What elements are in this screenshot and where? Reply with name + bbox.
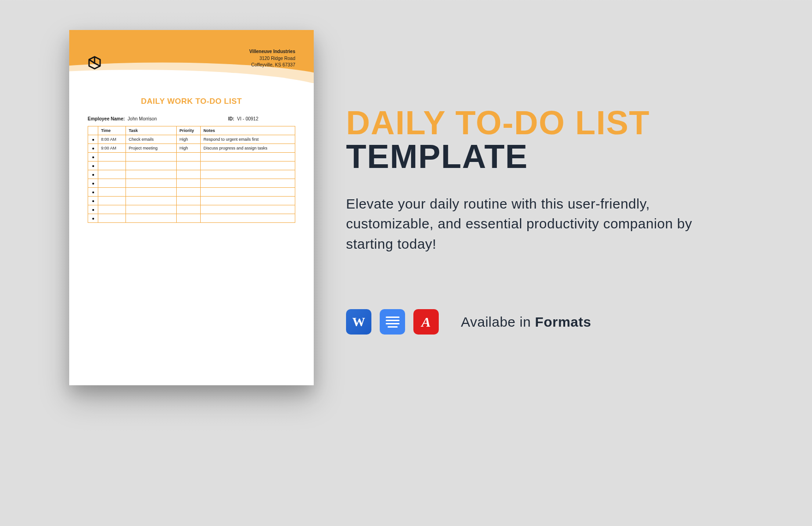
- employee-name-label: Employee Name:: [88, 116, 125, 121]
- spacer: [157, 116, 228, 121]
- cell-task: [126, 188, 177, 197]
- cell-notes: [201, 153, 295, 161]
- table-row: [88, 205, 295, 214]
- table-row: [88, 179, 295, 188]
- cell-task: [126, 170, 177, 179]
- bullet-cell: [88, 135, 98, 144]
- company-block: Villeneuve Industries 3120 Ridge Road Co…: [249, 48, 295, 69]
- cell-notes: [201, 170, 295, 179]
- cell-notes: [201, 197, 295, 205]
- available-bold: Formats: [535, 314, 591, 329]
- document-title: DAILY WORK TO-DO LIST: [69, 97, 314, 106]
- formats-row: W A Availabe in Formats: [346, 309, 738, 335]
- col-time: Time: [98, 126, 126, 135]
- table-row: [88, 170, 295, 179]
- pdf-icon: A: [413, 309, 439, 335]
- bullet-cell: [88, 188, 98, 197]
- bullet-cell: [88, 161, 98, 170]
- docs-line: [388, 326, 398, 328]
- cell-task: Project meeting: [126, 144, 177, 153]
- google-docs-icon: [380, 309, 405, 335]
- bullet-cell: [88, 214, 98, 223]
- table-row: 9:00 AMProject meetingHighDiscuss progre…: [88, 144, 295, 153]
- employee-name-value: John Morrison: [128, 116, 157, 121]
- cell-time: 9:00 AM: [98, 144, 126, 153]
- available-prefix: Availabe in: [461, 314, 535, 329]
- employee-id-label: ID:: [228, 116, 234, 121]
- cell-priority: [177, 170, 201, 179]
- company-name: Villeneuve Industries: [249, 48, 295, 55]
- table-row: [88, 188, 295, 197]
- cell-priority: [177, 188, 201, 197]
- description-text: Elevate your daily routine with this use…: [346, 194, 738, 254]
- bullet-icon: [92, 139, 94, 141]
- cell-notes: Discuss progress and assign tasks: [201, 144, 295, 153]
- cell-task: [126, 205, 177, 214]
- cell-priority: [177, 197, 201, 205]
- cell-time: [98, 161, 126, 170]
- table-row: [88, 197, 295, 205]
- col-bullet: [88, 126, 98, 135]
- cell-task: [126, 214, 177, 223]
- cell-task: [126, 197, 177, 205]
- table-row: [88, 214, 295, 223]
- bullet-cell: [88, 170, 98, 179]
- table-row: [88, 153, 295, 161]
- cell-notes: [201, 188, 295, 197]
- cell-notes: [201, 179, 295, 188]
- cell-priority: High: [177, 144, 201, 153]
- bullet-cell: [88, 197, 98, 205]
- document-preview: Villeneuve Industries 3120 Ridge Road Co…: [69, 30, 314, 385]
- employee-id-block: ID: VI - 00912: [228, 116, 259, 121]
- table-row: [88, 161, 295, 170]
- cube-logo-icon: [85, 53, 104, 72]
- cell-priority: [177, 179, 201, 188]
- cell-notes: Respond to urgent emails first: [201, 135, 295, 144]
- col-task: Task: [126, 126, 177, 135]
- cell-time: [98, 170, 126, 179]
- bullet-icon: [92, 156, 94, 158]
- bullet-icon: [92, 174, 94, 176]
- cell-time: [98, 197, 126, 205]
- employee-name-block: Employee Name: John Morrison: [88, 116, 157, 121]
- cell-time: [98, 214, 126, 223]
- document-header: Villeneuve Industries 3120 Ridge Road Co…: [69, 30, 314, 83]
- marketing-panel: DAILY TO-DO LIST TEMPLATE Elevate your d…: [346, 106, 738, 335]
- cell-task: Check emails: [126, 135, 177, 144]
- cell-time: [98, 179, 126, 188]
- table-row: 8:00 AMCheck emailsHighRespond to urgent…: [88, 135, 295, 144]
- company-address-2: Coffeyville, KS 67337: [249, 62, 295, 69]
- bullet-cell: [88, 205, 98, 214]
- todo-table: Time Task Priority Notes 8:00 AMCheck em…: [88, 126, 295, 223]
- cell-time: [98, 153, 126, 161]
- cell-time: [98, 205, 126, 214]
- cell-notes: [201, 161, 295, 170]
- bullet-icon: [92, 165, 94, 167]
- cell-task: [126, 179, 177, 188]
- bullet-icon: [92, 148, 94, 149]
- cell-notes: [201, 214, 295, 223]
- docs-line: [386, 320, 400, 321]
- bullet-icon: [92, 209, 94, 211]
- employee-id-value: VI - 00912: [237, 116, 258, 121]
- col-priority: Priority: [177, 126, 201, 135]
- cell-priority: High: [177, 135, 201, 144]
- docs-line: [386, 317, 400, 318]
- word-icon: W: [346, 309, 371, 335]
- cell-priority: [177, 205, 201, 214]
- bullet-cell: [88, 153, 98, 161]
- bullet-icon: [92, 191, 94, 193]
- cell-task: [126, 153, 177, 161]
- cell-time: 8:00 AM: [98, 135, 126, 144]
- available-text: Availabe in Formats: [461, 314, 591, 330]
- col-notes: Notes: [201, 126, 295, 135]
- bullet-icon: [92, 200, 94, 202]
- bullet-cell: [88, 144, 98, 153]
- cell-priority: [177, 161, 201, 170]
- hero-line-2: TEMPLATE: [346, 139, 738, 174]
- cell-priority: [177, 214, 201, 223]
- todo-table-container: Time Task Priority Notes 8:00 AMCheck em…: [88, 126, 295, 223]
- bullet-icon: [92, 183, 94, 185]
- company-address-1: 3120 Ridge Road: [249, 55, 295, 62]
- cell-time: [98, 188, 126, 197]
